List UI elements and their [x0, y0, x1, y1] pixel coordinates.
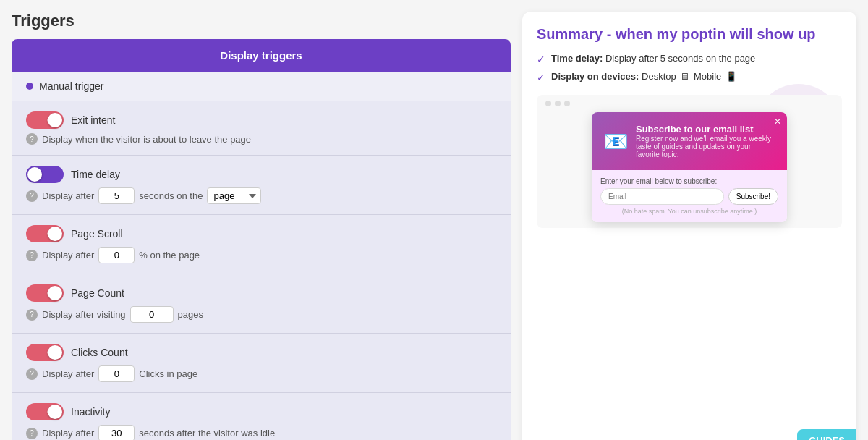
summary-devices-mobile: Mobile	[694, 71, 721, 82]
page-count-label: Page Count	[71, 287, 124, 299]
summary-item-devices: ✓ Display on devices: Desktop 🖥 Mobile 📱	[537, 71, 842, 83]
preview-area: ✕ 📧 Subscribe to our email list Register…	[537, 95, 842, 228]
clicks-count-toggle[interactable]: OFF	[26, 344, 64, 361]
inactivity-input[interactable]	[98, 425, 135, 440]
triggers-header: Display triggers	[12, 39, 511, 72]
exit-intent-section: OFF Exit intent ? Display when the visit…	[12, 101, 511, 155]
popup-header: ✕ 📧 Subscribe to our email list Register…	[592, 112, 787, 170]
popup-input-label: Enter your email below to subscribe:	[600, 177, 778, 185]
popup-title: Subscribe to our email list	[636, 124, 775, 135]
exit-intent-knob	[48, 113, 62, 127]
time-delay-label: Time delay	[71, 169, 120, 180]
popup-subscribe-button[interactable]: Subscribe!	[728, 188, 778, 205]
time-delay-display-label: Display after	[42, 190, 94, 201]
page-scroll-input[interactable]	[98, 247, 135, 263]
summary-item-time-delay: ✓ Time delay: Display after 5 seconds on…	[537, 53, 842, 65]
triggers-body: Manual trigger OFF Exit intent ? Display…	[12, 72, 511, 440]
left-panel: Triggers Display triggers Manual trigger…	[12, 12, 511, 440]
check-icon-time: ✓	[537, 54, 545, 65]
manual-trigger-dot	[26, 82, 33, 90]
page-scroll-label: Page Scroll	[71, 228, 123, 240]
page-count-help-icon[interactable]: ?	[26, 309, 38, 321]
exit-intent-label: Exit intent	[71, 114, 115, 126]
right-panel: Summary - when my poptin will show up ✓ …	[522, 12, 856, 440]
inactivity-display-label: Display after	[42, 428, 94, 439]
clicks-count-input[interactable]	[98, 365, 135, 382]
popup-subtitle: Register now and we'll email you a weekl…	[636, 135, 775, 158]
clicks-count-knob	[48, 345, 62, 360]
page-scroll-display-label: Display after	[42, 250, 94, 261]
clicks-count-help-icon[interactable]: ?	[26, 368, 38, 380]
summary-time-delay-value: Display after 5 seconds on the page	[605, 53, 755, 64]
browser-dot-1	[545, 101, 551, 106]
popup-email-input[interactable]	[600, 188, 724, 205]
page-count-toggle[interactable]: OFF	[26, 284, 64, 302]
time-delay-middle-text: seconds on the	[139, 190, 203, 201]
exit-intent-toggle[interactable]: OFF	[26, 111, 64, 129]
check-icon-devices: ✓	[537, 72, 545, 83]
browser-dots	[542, 101, 836, 106]
inactivity-suffix: seconds after the visitor was idle	[139, 428, 275, 439]
page-count-suffix: pages	[178, 309, 203, 320]
page-scroll-knob	[48, 227, 62, 241]
inactivity-knob	[48, 405, 62, 419]
time-delay-input[interactable]	[98, 187, 135, 204]
popup-body: Enter your email below to subscribe: Sub…	[592, 170, 787, 222]
clicks-count-label: Clicks Count	[71, 347, 128, 358]
desktop-icon: 🖥	[680, 71, 689, 82]
time-delay-knob	[27, 167, 42, 182]
time-delay-section: ON Time delay ? Display after seconds on…	[12, 155, 511, 214]
inactivity-help-icon[interactable]: ?	[26, 428, 38, 439]
page-scroll-suffix: % on the page	[139, 250, 200, 261]
guides-button[interactable]: GUIDES	[797, 429, 856, 440]
page-scroll-toggle[interactable]: OFF	[26, 225, 64, 242]
time-delay-select[interactable]: page session	[207, 187, 261, 204]
page-scroll-section: OFF Page Scroll ? Display after % on the…	[12, 214, 511, 274]
popup-card: ✕ 📧 Subscribe to our email list Register…	[592, 112, 787, 222]
clicks-count-suffix: Clicks in page	[139, 368, 197, 379]
clicks-count-section: OFF Clicks Count ? Display after Clicks …	[12, 333, 511, 392]
popup-envelope-icon: 📧	[603, 130, 629, 153]
summary-devices-desktop: Desktop	[642, 71, 676, 82]
popup-close-icon[interactable]: ✕	[774, 117, 781, 127]
page-count-input[interactable]	[130, 306, 174, 323]
summary-title: Summary - when my poptin will show up	[537, 26, 842, 43]
summary-time-delay-label: Time delay:	[551, 53, 603, 64]
summary-devices-label: Display on devices:	[551, 71, 639, 82]
popup-input-row: Subscribe!	[600, 188, 778, 205]
time-delay-toggle[interactable]: ON	[26, 166, 64, 183]
mobile-icon: 📱	[726, 71, 737, 82]
inactivity-toggle[interactable]: OFF	[26, 403, 64, 420]
page-title: Triggers	[12, 12, 511, 30]
inactivity-label: Inactivity	[71, 406, 110, 418]
summary-devices-text: Display on devices: Desktop 🖥 Mobile 📱	[551, 71, 739, 82]
manual-trigger-label: Manual trigger	[39, 80, 104, 92]
summary-time-delay-text: Time delay: Display after 5 seconds on t…	[551, 53, 755, 64]
exit-intent-description: Display when the visitor is about to lea…	[42, 134, 251, 145]
popup-footer-text: (No hate spam. You can unsubscribe anyti…	[600, 208, 778, 215]
exit-intent-help-icon[interactable]: ?	[26, 133, 38, 145]
page-count-display-label: Display after visiting	[42, 309, 126, 320]
clicks-count-display-label: Display after	[42, 368, 94, 379]
browser-dot-3	[564, 101, 570, 106]
triggers-container: Display triggers Manual trigger OFF Exit…	[12, 39, 511, 440]
browser-dot-2	[555, 101, 561, 106]
page-scroll-help-icon[interactable]: ?	[26, 250, 38, 261]
manual-trigger-row: Manual trigger	[12, 72, 511, 101]
page-count-knob	[48, 286, 62, 300]
time-delay-help-icon[interactable]: ?	[26, 190, 38, 202]
inactivity-section: OFF Inactivity ? Display after seconds a…	[12, 392, 511, 440]
popup-header-text: Subscribe to our email list Register now…	[636, 124, 775, 158]
page-count-section: OFF Page Count ? Display after visiting …	[12, 274, 511, 333]
